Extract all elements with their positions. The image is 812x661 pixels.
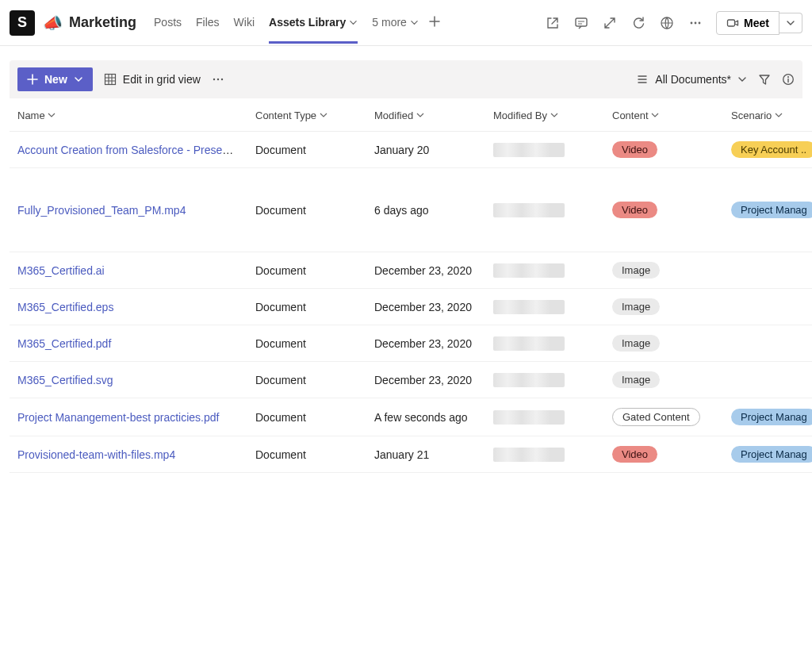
meet-chevron[interactable] — [779, 13, 802, 33]
chevron-down-icon — [775, 111, 783, 119]
cell-content-type: Document — [247, 325, 366, 362]
redacted-user — [493, 263, 565, 278]
cell-content-type: Document — [247, 398, 366, 436]
cell-modified: January 21 — [366, 436, 485, 473]
col-name[interactable]: Name — [10, 98, 247, 132]
svg-rect-0 — [576, 18, 587, 26]
cell-modified: December 23, 2020 — [366, 252, 485, 289]
globe-icon[interactable] — [659, 15, 675, 31]
table-row[interactable]: M365_Certified.aiDocumentDecember 23, 20… — [10, 252, 812, 289]
plus-icon — [428, 15, 441, 28]
col-modified[interactable]: Modified — [366, 98, 485, 132]
col-content[interactable]: Content — [604, 98, 723, 132]
view-selector[interactable]: All Documents* — [636, 73, 747, 86]
new-button[interactable]: New — [17, 67, 93, 91]
video-icon — [726, 17, 739, 29]
cell-modified: December 23, 2020 — [366, 289, 485, 325]
meet-button[interactable]: Meet — [716, 11, 779, 35]
tab-assets-library[interactable]: Assets Library — [269, 2, 358, 44]
redacted-user — [493, 300, 565, 314]
chevron-down-icon — [349, 18, 358, 27]
more-icon[interactable] — [688, 15, 703, 31]
scenario-pill: Key Account .. — [731, 141, 812, 158]
file-name-link[interactable]: Account Creation from Salesforce - Prese… — [17, 144, 241, 156]
tab-files[interactable]: Files — [196, 2, 220, 44]
file-name-link[interactable]: M365_Certified.svg — [17, 374, 113, 386]
content-pill: Gated Content — [612, 408, 700, 426]
content-pill: Video — [612, 141, 657, 158]
cell-content-type: Document — [247, 436, 366, 473]
chat-icon[interactable] — [573, 15, 589, 31]
svg-point-3 — [695, 21, 697, 24]
col-content-type[interactable]: Content Type — [247, 98, 366, 132]
redacted-user — [493, 336, 565, 351]
cell-content-type: Document — [247, 252, 366, 289]
cell-modified: 6 days ago — [366, 168, 485, 252]
chevron-down-icon — [786, 18, 795, 28]
col-modified-by[interactable]: Modified By — [485, 98, 604, 132]
table-row[interactable]: M365_Certified.pdfDocumentDecember 23, 2… — [10, 325, 812, 362]
svg-point-11 — [787, 76, 789, 78]
svg-rect-6 — [105, 75, 115, 85]
cell-content-type: Document — [247, 168, 366, 252]
tab-label: Files — [196, 16, 220, 29]
popout-icon[interactable] — [545, 15, 561, 31]
file-name-link[interactable]: M365_Certified.ai — [17, 264, 105, 277]
table-row[interactable]: Fully_Provisioned_Team_PM.mp4Document6 d… — [10, 168, 812, 252]
file-name-link[interactable]: Provisioned-team-with-files.mp4 — [17, 448, 175, 461]
toolbar-more-icon[interactable] — [212, 73, 224, 86]
table-row[interactable]: M365_Certified.epsDocumentDecember 23, 2… — [10, 289, 812, 325]
chevron-down-icon — [737, 75, 747, 84]
cell-modified: December 23, 2020 — [366, 325, 485, 362]
content-pill: Image — [612, 371, 660, 388]
scenario-pill: Project Manag — [731, 409, 812, 425]
chevron-down-icon — [410, 18, 419, 27]
filter-icon[interactable] — [758, 73, 771, 86]
top-header: S 📣 Marketing PostsFilesWikiAssets Libra… — [0, 0, 812, 46]
cell-modified: January 20 — [366, 132, 485, 168]
chevron-down-icon — [550, 111, 558, 119]
scenario-pill: Project Manag — [731, 202, 812, 218]
cell-content-type: Document — [247, 362, 366, 398]
list-toolbar: New Edit in grid view All Documents* — [10, 60, 802, 98]
refresh-icon[interactable] — [630, 15, 646, 31]
cell-content-type: Document — [247, 132, 366, 168]
table-row[interactable]: Account Creation from Salesforce - Prese… — [10, 132, 812, 168]
team-name: Marketing — [69, 14, 136, 31]
tab-posts[interactable]: Posts — [154, 2, 182, 44]
file-name-link[interactable]: M365_Certified.eps — [17, 301, 113, 313]
edit-grid-button[interactable]: Edit in grid view — [104, 73, 201, 86]
assets-table: Name Content Type Modified Modified By C… — [10, 98, 812, 473]
svg-rect-5 — [728, 20, 735, 26]
table-row[interactable]: Project Manangement-best practicies.pdfD… — [10, 398, 812, 436]
megaphone-icon: 📣 — [43, 13, 63, 33]
file-name-link[interactable]: M365_Certified.pdf — [17, 337, 111, 350]
tab-label: Wiki — [234, 16, 255, 29]
tab-5-more[interactable]: 5 more — [372, 2, 419, 44]
table-row[interactable]: M365_Certified.svgDocumentDecember 23, 2… — [10, 362, 812, 398]
table-row[interactable]: Provisioned-team-with-files.mp4DocumentJ… — [10, 436, 812, 473]
svg-point-7 — [213, 79, 215, 80]
svg-point-2 — [691, 21, 693, 24]
plus-icon — [27, 74, 38, 85]
file-name-link[interactable]: Fully_Provisioned_Team_PM.mp4 — [17, 204, 186, 217]
chevron-down-icon — [320, 111, 327, 119]
content-pill: Image — [612, 262, 660, 279]
app-badge: S — [10, 10, 35, 36]
tab-strip: PostsFilesWikiAssets Library5 more — [154, 2, 419, 44]
content-pill: Image — [612, 298, 660, 315]
chevron-down-icon — [48, 111, 56, 119]
tab-wiki[interactable]: Wiki — [234, 2, 255, 44]
col-scenario[interactable]: Scenario — [723, 98, 812, 132]
add-tab-button[interactable] — [423, 15, 446, 30]
tab-label: Posts — [154, 16, 182, 29]
info-icon[interactable] — [782, 73, 795, 86]
top-right-actions: Meet — [545, 11, 802, 35]
expand-icon[interactable] — [602, 15, 618, 31]
scenario-pill: Project Manag — [731, 446, 812, 463]
tab-label: Assets Library — [269, 16, 346, 29]
chevron-down-icon — [74, 75, 83, 84]
chevron-down-icon — [416, 111, 424, 119]
content-pill: Video — [612, 202, 657, 218]
file-name-link[interactable]: Project Manangement-best practicies.pdf — [17, 411, 219, 424]
